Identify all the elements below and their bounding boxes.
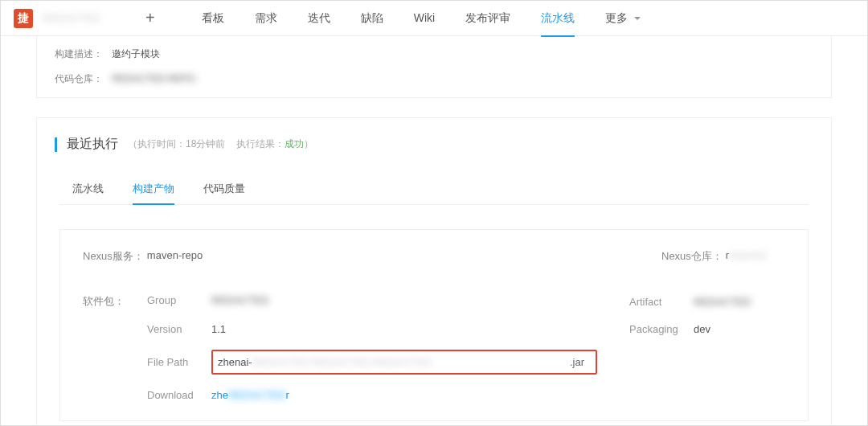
recent-execution-section: 最近执行 （执行时间：18分钟前 执行结果：成功） 流水线 构建产物 代码质量 … [36, 117, 832, 426]
exec-time-label: （执行时间： [128, 138, 186, 150]
packaging-label: Packaging [629, 323, 694, 335]
version-row: Version 1.1 Packaging dev [83, 323, 785, 335]
tab-pipeline[interactable]: 流水线 [72, 174, 104, 204]
filepath-row: File Path zhenai-REDACTED-REDACTED-REDAC… [83, 350, 785, 375]
version-value: 1.1 [211, 323, 629, 335]
result-tabs: 流水线 构建产物 代码质量 [59, 174, 809, 205]
build-desc-value: 邀约子模块 [112, 48, 160, 59]
group-value: REDACTED [211, 294, 420, 309]
nav-more-label: 更多 [605, 11, 628, 24]
project-name[interactable]: REDACTED [43, 12, 107, 24]
nexus-repo-label: Nexus仓库： [661, 249, 723, 264]
build-desc-label: 构建描述： [55, 48, 103, 59]
download-prefix: zhe [211, 389, 228, 401]
content-area: 构建描述： 邀约子模块 代码仓库： REDACTED-REPO 最近执行 （执行… [1, 36, 867, 426]
build-info-block: 构建描述： 邀约子模块 代码仓库： REDACTED-REPO [36, 36, 832, 98]
group-label: Group [147, 294, 211, 309]
exec-time-value: 18分钟前 [186, 138, 225, 150]
nav-defect[interactable]: 缺陷 [361, 2, 383, 35]
title-bar-icon [55, 137, 57, 152]
download-label: Download [147, 389, 211, 401]
filepath-highlight-box: zhenai-REDACTED-REDACTED-REDACTED .jar [211, 350, 597, 375]
artifact-panel: Nexus服务： maven-repo Nexus仓库： redacted 软件… [59, 229, 809, 421]
download-link[interactable]: zheREDACTEDr [211, 389, 289, 401]
build-desc-row: 构建描述： 邀约子模块 [55, 47, 813, 61]
nav-wiki[interactable]: Wiki [414, 2, 435, 35]
recent-exec-title: 最近执行 [67, 136, 118, 153]
tab-artifacts[interactable]: 构建产物 [133, 174, 174, 204]
topbar: 捷 REDACTED + 看板 需求 迭代 缺陷 Wiki 发布评审 流水线 更… [1, 1, 867, 36]
nav-more[interactable]: 更多 [605, 2, 641, 35]
filepath-label: File Path [147, 356, 211, 368]
download-mid: REDACTED [228, 389, 286, 401]
nexus-repo-value: edacted [729, 249, 766, 264]
nav-publish[interactable]: 发布评审 [465, 2, 510, 35]
nav-kanban[interactable]: 看板 [202, 2, 224, 35]
code-repo-link[interactable]: REDACTED-REPO [112, 73, 195, 84]
app-logo[interactable]: 捷 [14, 9, 33, 28]
pkg-group-row: 软件包： Group REDACTED Artifact REDACTED [83, 294, 785, 309]
nexus-service-value: maven-repo [147, 249, 565, 264]
artifact-value: REDACTED [694, 296, 785, 308]
nexus-row: Nexus服务： maven-repo Nexus仓库： redacted [83, 249, 785, 264]
download-suffix: r [285, 389, 289, 401]
nav-pipeline[interactable]: 流水线 [541, 2, 575, 35]
artifact-label: Artifact [629, 296, 694, 308]
main-nav: 看板 需求 迭代 缺陷 Wiki 发布评审 流水线 更多 [202, 2, 641, 35]
exec-result-value: 成功 [285, 138, 304, 150]
section-title-row: 最近执行 （执行时间：18分钟前 执行结果：成功） [55, 136, 813, 153]
nexus-service-label: Nexus服务： [83, 249, 144, 264]
nav-iteration[interactable]: 迭代 [308, 2, 330, 35]
code-repo-row: 代码仓库： REDACTED-REPO [55, 72, 813, 86]
version-label: Version [147, 323, 211, 335]
recent-exec-subtitle: （执行时间：18分钟前 执行结果：成功） [128, 137, 313, 151]
chevron-down-icon [634, 17, 641, 20]
pkg-label: 软件包： [83, 294, 147, 309]
code-repo-label: 代码仓库： [55, 73, 103, 84]
download-row: Download zheREDACTEDr [83, 389, 785, 401]
exec-result-label: 执行结果： [236, 138, 285, 150]
filepath-suffix: .jar [570, 356, 591, 368]
filepath-mid: REDACTED-REDACTED-REDACTED [252, 356, 570, 368]
filepath-prefix: zhenai- [218, 356, 252, 368]
nav-requirement[interactable]: 需求 [255, 2, 277, 35]
exec-close-paren: ） [304, 138, 313, 150]
packaging-value: dev [694, 323, 785, 335]
add-button[interactable]: + [145, 9, 155, 27]
tab-code-quality[interactable]: 代码质量 [203, 174, 245, 204]
